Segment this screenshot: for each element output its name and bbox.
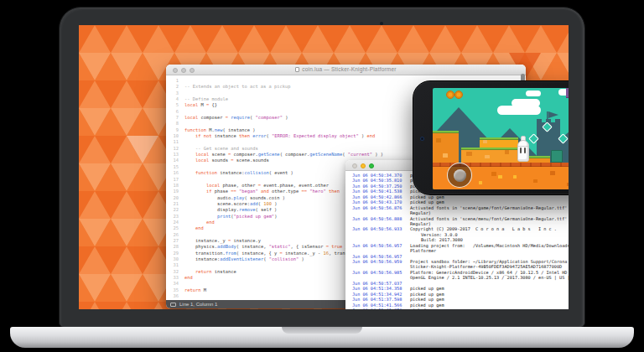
- log-line: Jun 06 04:50:56.957Loading project from:…: [352, 243, 569, 248]
- brick-decoration: [533, 179, 538, 183]
- joystick-control[interactable]: [447, 163, 472, 188]
- joystick-knob[interactable]: [454, 169, 466, 182]
- brick-decoration: [550, 171, 555, 175]
- log-line: Jun 06 04:50:56.888Activated fonts in 's…: [352, 216, 569, 221]
- document-icon: [295, 67, 299, 72]
- brick-decoration: [443, 153, 448, 158]
- editor-titlebar[interactable]: coin.lua — Sticker-Knight-Platformer: [166, 65, 526, 75]
- mockup-scene: coin.lua — Sticker-Knight-Platformer 12-…: [0, 0, 644, 352]
- log-line: Jun 06 04:50:56.933Copyright (C) 2009-20…: [352, 226, 569, 231]
- game-scene: 200 ♥: [433, 88, 569, 189]
- brick-decoration: [513, 175, 517, 179]
- green-block: [551, 150, 563, 163]
- coin-counter-icon: [454, 91, 463, 99]
- brick-decoration: [466, 152, 472, 156]
- brick-decoration: [505, 150, 509, 154]
- brick-decoration: [436, 138, 441, 142]
- editor-window-title: coin.lua — Sticker-Knight-Platformer: [166, 66, 526, 72]
- zoom-button[interactable]: [369, 163, 374, 168]
- phone-screen: 200 ♥: [433, 88, 569, 189]
- brick-decoration: [483, 140, 487, 143]
- brick-decoration: [479, 181, 482, 184]
- close-button[interactable]: [352, 163, 357, 168]
- laptop-notch: [282, 327, 362, 334]
- minimize-button[interactable]: [361, 163, 366, 168]
- brick-decoration: [567, 183, 569, 186]
- brick-decoration: [485, 155, 490, 158]
- selection-icon: [170, 303, 176, 307]
- cursor-position-label[interactable]: Line 1, Column 1: [179, 302, 217, 307]
- log-line: Jun 06 04:51:41.870picked up gem: [352, 308, 569, 309]
- phone-camera-icon: [420, 137, 424, 141]
- cloud: [497, 106, 541, 115]
- coin-counter-icon: [446, 91, 454, 99]
- brick-decoration: [498, 175, 502, 179]
- laptop-base: [10, 327, 634, 348]
- platform: [433, 131, 459, 163]
- knight-character: [515, 136, 532, 163]
- phone-device: 200 ♥: [413, 80, 569, 195]
- laptop-screen: coin.lua — Sticker-Knight-Platformer 12-…: [79, 25, 569, 309]
- brick-decoration: [491, 172, 496, 176]
- cloud: [526, 91, 541, 96]
- castle-tower-cap: [566, 88, 569, 98]
- log-line: Jun 06 04:50:56.876Activated fonts in 's…: [352, 205, 569, 210]
